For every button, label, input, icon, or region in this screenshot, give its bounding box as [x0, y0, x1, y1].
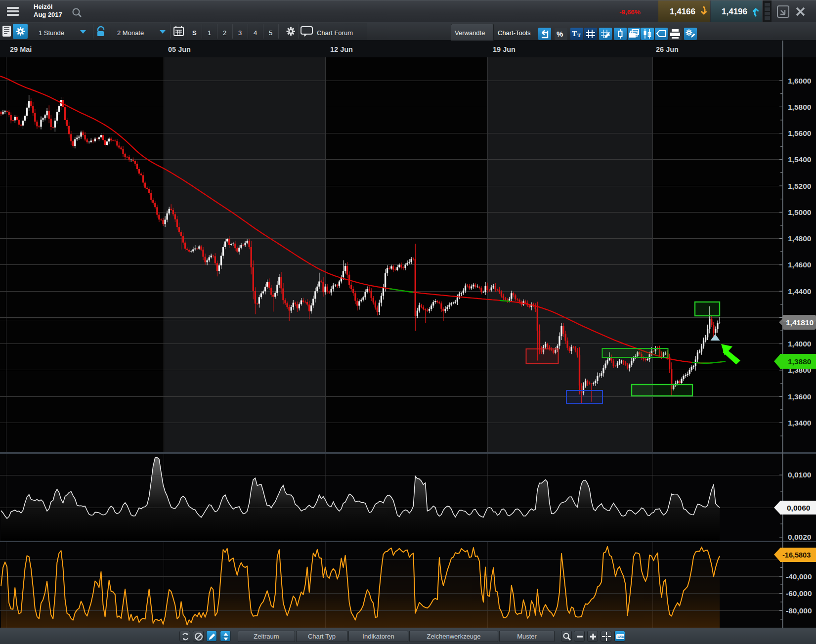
svg-text:-80,000: -80,000	[786, 606, 812, 615]
svg-text:19 Jun: 19 Jun	[493, 45, 515, 53]
svg-text:1,41810: 1,41810	[786, 318, 814, 327]
svg-text:0,0100: 0,0100	[788, 471, 811, 479]
svg-text:1,3880: 1,3880	[788, 357, 811, 366]
svg-text:0,0020: 0,0020	[788, 533, 811, 541]
svg-text:29 Mai: 29 Mai	[10, 45, 32, 53]
svg-text:1,4400: 1,4400	[788, 287, 811, 296]
svg-text:T: T	[577, 32, 581, 38]
svg-text:05 Jun: 05 Jun	[168, 45, 191, 53]
svg-text:1,4800: 1,4800	[788, 234, 811, 243]
svg-text:26 Jun: 26 Jun	[656, 45, 679, 53]
svg-text:12 Jun: 12 Jun	[330, 45, 353, 53]
svg-text:1234: 1234	[617, 635, 625, 639]
svg-text:%: %	[557, 30, 563, 38]
svg-text:T: T	[572, 30, 577, 38]
svg-text:1,6000: 1,6000	[788, 77, 811, 85]
svg-text:1,3400: 1,3400	[788, 419, 811, 427]
svg-text:-60,000: -60,000	[786, 589, 812, 598]
svg-text:1,5600: 1,5600	[788, 129, 811, 137]
svg-text:1,5000: 1,5000	[788, 208, 811, 216]
svg-text:-40,000: -40,000	[786, 572, 812, 581]
svg-text:1,5400: 1,5400	[788, 155, 811, 164]
svg-text:1,4600: 1,4600	[788, 260, 811, 269]
svg-text:1,5800: 1,5800	[788, 103, 811, 111]
svg-text:1,5200: 1,5200	[788, 182, 811, 190]
svg-text:1,3600: 1,3600	[788, 392, 811, 401]
svg-text:1,4000: 1,4000	[788, 340, 811, 348]
svg-text:-16,5803: -16,5803	[782, 551, 811, 559]
svg-text:0,0060: 0,0060	[787, 504, 810, 512]
